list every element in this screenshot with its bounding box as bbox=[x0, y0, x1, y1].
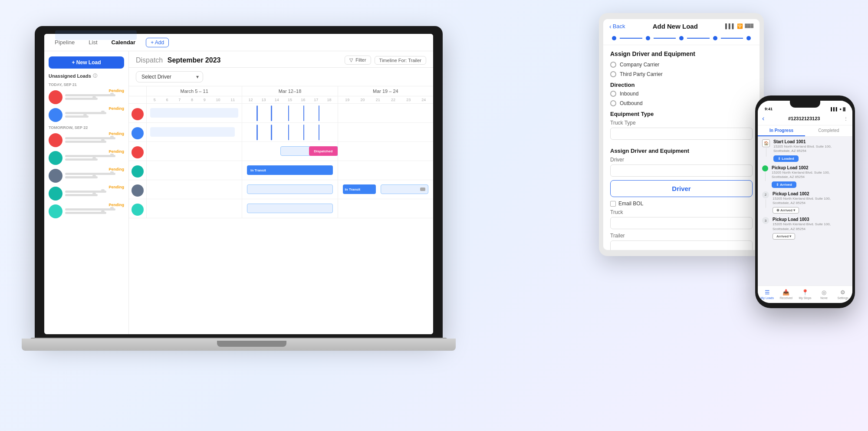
vline-4 bbox=[303, 105, 305, 121]
gantt-avatar-2 bbox=[129, 123, 146, 141]
phone-tab-in-progress[interactable]: In Progress bbox=[758, 125, 805, 136]
drag-handle[interactable] bbox=[420, 188, 425, 191]
vline-9 bbox=[303, 125, 305, 140]
stop-num-3: 2 bbox=[762, 191, 769, 198]
week3-header: Mar 19 – 24 bbox=[338, 86, 433, 96]
phone-nav-mystops[interactable]: 📍 My Stops bbox=[796, 289, 815, 299]
battery-icon-phone: ▓ bbox=[843, 107, 845, 111]
phone-nav-received[interactable]: 📥 Received bbox=[777, 289, 796, 299]
outbound-row[interactable]: Outbound bbox=[610, 100, 753, 106]
app-body: + New Load Unassigned Loads ⓘ TODAY, SEP… bbox=[44, 51, 433, 334]
third-party-radio[interactable] bbox=[610, 71, 616, 77]
phone-content: 🏠 Start Load 1001 15205 North Kierland B… bbox=[758, 137, 852, 286]
gantt-row-6 bbox=[129, 199, 433, 218]
signal-bars: ▌▌▌ bbox=[831, 107, 838, 111]
company-carrier-row[interactable]: Company Carrier bbox=[610, 62, 753, 68]
gantt-col-3-3 bbox=[338, 142, 433, 161]
tablet-status-icons: ▌▌▌ 🛜 ▓▓▓ bbox=[725, 23, 753, 29]
trailer-input[interactable] bbox=[610, 240, 753, 250]
avatar-red-2 bbox=[49, 133, 62, 147]
laptop-screen: Pipeline List Calendar + Add + New Load … bbox=[44, 34, 433, 334]
filter-button[interactable]: ▽ Filter bbox=[345, 56, 371, 65]
arrived-button-4[interactable]: Arrived ▾ bbox=[773, 233, 795, 240]
phone-back-button[interactable]: ‹ bbox=[762, 115, 764, 122]
load-row-2: Pending bbox=[49, 106, 124, 122]
gantt-row-5: In Transit bbox=[129, 180, 433, 199]
load-row-5: Pending bbox=[49, 167, 124, 183]
phone-nav-myloads[interactable]: ☰ My Loads bbox=[758, 289, 777, 299]
sidebar: + New Load Unassigned Loads ⓘ TODAY, SEP… bbox=[44, 51, 129, 334]
equipment-label: Equipment Type bbox=[610, 111, 753, 117]
inbound-radio[interactable] bbox=[610, 91, 616, 97]
arrived-button-3[interactable]: ⊕ Arrived ▾ bbox=[773, 207, 799, 214]
inbound-row[interactable]: Inbound bbox=[610, 91, 753, 97]
tablet-back-button[interactable]: ‹ Back bbox=[609, 23, 625, 30]
company-carrier-radio[interactable] bbox=[610, 62, 616, 68]
loaded-button[interactable]: ⇓ Loaded bbox=[773, 155, 799, 162]
third-party-label: Third Party Carrier bbox=[620, 71, 663, 77]
gantt-bar-5b bbox=[381, 184, 428, 194]
gantt-avatar-3 bbox=[129, 142, 146, 161]
stop-title-4: Pickup Load 1003 bbox=[773, 217, 848, 222]
tablet-bezel: ‹ Back Add New Load ▌▌▌ 🛜 ▓▓▓ bbox=[599, 13, 764, 256]
gantt-col-4-2: In Transit bbox=[242, 161, 337, 180]
load-info-3: Pending bbox=[65, 132, 124, 147]
stop-indicator-3: 2 bbox=[762, 191, 769, 209]
wifi-icon: 🛜 bbox=[737, 23, 743, 29]
mystops-icon: 📍 bbox=[802, 289, 809, 296]
stop-info-4: Pickup Load 1003 15205 North Kierland Bl… bbox=[773, 217, 848, 240]
stop-info-1: Start Load 1001 15205 North Kierland Blv… bbox=[773, 139, 848, 162]
progress-line-1 bbox=[620, 38, 642, 39]
received-label: Received bbox=[780, 296, 792, 299]
load-row-6: Pending bbox=[49, 185, 124, 201]
phone-bezel: 9:41 ▌▌▌ ● ▓ ‹ #12312123123 ⋮ In Progres… bbox=[755, 95, 855, 308]
stop-indicator-4: 3 bbox=[762, 217, 769, 224]
days-header: 5 6 7 8 9 10 11 12 13 14 15 bbox=[129, 96, 433, 104]
new-load-button[interactable]: + New Load bbox=[49, 56, 124, 69]
vline-5 bbox=[319, 105, 320, 121]
myloads-icon: ☰ bbox=[764, 289, 771, 296]
stop-address-2: 15205 North Kierland Blvd. Suite 100,Sco… bbox=[772, 171, 848, 180]
load-bar-5 bbox=[65, 137, 115, 139]
email-bol-checkbox[interactable] bbox=[610, 201, 616, 207]
assign-section-1: Assign Driver and Equipment bbox=[610, 50, 753, 57]
outbound-radio[interactable] bbox=[610, 100, 616, 106]
progress-dot-4 bbox=[713, 36, 717, 40]
gantt-col-5-2 bbox=[242, 180, 337, 199]
truck-input[interactable] bbox=[610, 217, 753, 229]
avatar-blue-1 bbox=[49, 108, 62, 122]
gantt-col-6-1 bbox=[146, 199, 242, 218]
load-bar-14 bbox=[65, 212, 106, 214]
phone-tab-completed[interactable]: Completed bbox=[805, 125, 852, 136]
driver-large-field[interactable]: Driver bbox=[610, 180, 753, 197]
progress-line-4 bbox=[721, 38, 743, 39]
email-bol-row[interactable]: Email BOL bbox=[610, 201, 753, 207]
gantt-col-1-2 bbox=[242, 104, 337, 122]
filter-icon: ▽ bbox=[349, 57, 353, 63]
gantt-col-4-3 bbox=[338, 161, 433, 180]
driver-input[interactable] bbox=[610, 165, 753, 177]
outbound-label: Outbound bbox=[620, 100, 643, 106]
stop-info-3: Pickup Load 1002 15205 North Kierland Bl… bbox=[773, 191, 848, 214]
week1-header: March 5 – 11 bbox=[146, 86, 242, 96]
driver-select[interactable]: Select Driver bbox=[136, 71, 203, 82]
calendar-title: Dispatch September 2023 bbox=[136, 56, 220, 64]
stop-2: Pickup Load 1002 15205 North Kierland Bl… bbox=[762, 165, 848, 188]
load-bar-8 bbox=[65, 158, 98, 161]
truck-type-input[interactable] bbox=[610, 128, 753, 140]
gantt-av-red bbox=[132, 108, 144, 120]
gantt-av-slate bbox=[132, 184, 144, 197]
load-bar-1 bbox=[65, 94, 115, 96]
phone-nav-none[interactable]: ◎ None bbox=[815, 289, 834, 299]
back-chevron-icon: ‹ bbox=[609, 23, 612, 30]
third-party-row[interactable]: Third Party Carrier bbox=[610, 71, 753, 77]
home-icon: 🏠 bbox=[762, 139, 770, 147]
progress-dot-5 bbox=[746, 36, 751, 40]
phone-menu-icon[interactable]: ⋮ bbox=[844, 116, 848, 121]
mystops-label: My Stops bbox=[799, 296, 811, 299]
add-button[interactable]: + Add bbox=[146, 38, 169, 47]
stop-num-4: 3 bbox=[762, 217, 769, 224]
battery-icon: ▓▓▓ bbox=[745, 23, 753, 29]
arrived-button-2[interactable]: ⇓ Arrived bbox=[772, 181, 796, 188]
phone-nav-settings[interactable]: ⚙ Settings bbox=[833, 289, 852, 299]
